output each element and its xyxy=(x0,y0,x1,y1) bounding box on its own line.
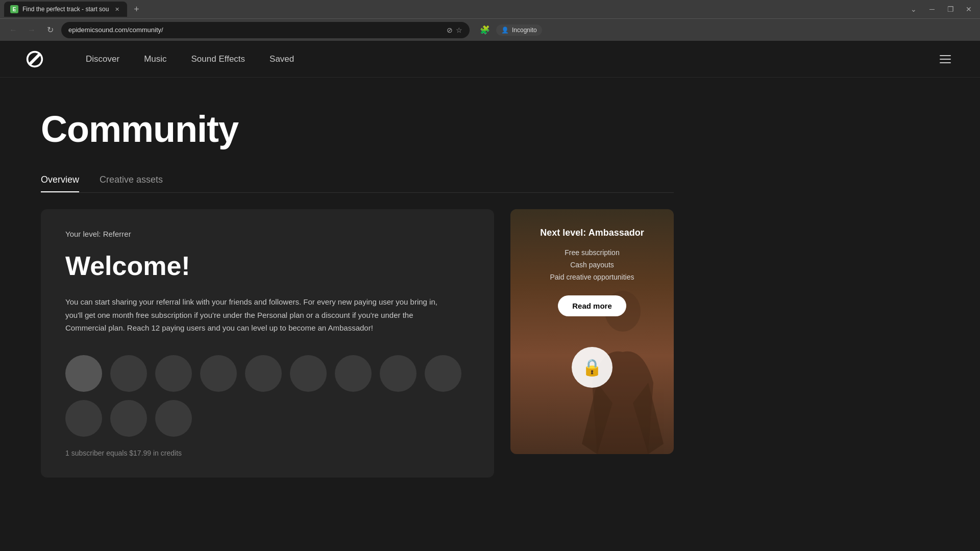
close-window-button[interactable]: ✕ xyxy=(962,2,976,16)
camera-icon: ⊘ xyxy=(447,26,453,34)
circle-2 xyxy=(110,355,147,392)
tab-overview[interactable]: Overview xyxy=(41,174,79,192)
new-tab-button[interactable]: + xyxy=(129,2,143,16)
content-area: Your level: Referrer Welcome! You can st… xyxy=(41,209,674,478)
circle-6 xyxy=(290,355,327,392)
tabs-dropdown-button[interactable]: ⌄ xyxy=(906,2,921,16)
circle-12 xyxy=(155,400,192,437)
circle-11 xyxy=(110,400,147,437)
forward-button[interactable]: → xyxy=(24,23,39,37)
browser-title-bar: E Find the perfect track - start sou ✕ +… xyxy=(0,0,980,18)
nav-links: Discover Music Sound Effects Saved xyxy=(86,54,294,64)
address-bar-icons: ⊘ ☆ xyxy=(447,26,462,34)
read-more-button[interactable]: Read more xyxy=(558,295,626,316)
minimize-button[interactable]: ─ xyxy=(925,2,939,16)
nav-discover[interactable]: Discover xyxy=(86,54,119,64)
benefit-cash-payouts: Cash payouts xyxy=(570,261,614,269)
level-label: Your level: Referrer xyxy=(65,230,470,238)
tab-strip: E Find the perfect track - start sou ✕ + xyxy=(4,2,143,17)
circle-7 xyxy=(335,355,372,392)
tabs-row: Overview Creative assets xyxy=(41,174,674,193)
site-logo[interactable] xyxy=(24,49,45,69)
nav-sound-effects[interactable]: Sound Effects xyxy=(191,54,246,64)
description-text: You can start sharing your referral link… xyxy=(65,295,453,335)
address-bar[interactable]: epidemicsound.com/community/ ⊘ ☆ xyxy=(61,22,470,38)
hamburger-line-3 xyxy=(940,62,951,63)
profile-badge[interactable]: 👤 Incognito xyxy=(496,24,542,36)
nav-right xyxy=(935,49,955,69)
browser-extras: 🧩 👤 Incognito xyxy=(478,23,542,37)
active-tab[interactable]: E Find the perfect track - start sou ✕ xyxy=(4,2,127,17)
browser-chrome: E Find the perfect track - start sou ✕ +… xyxy=(0,0,980,41)
tab-creative-assets[interactable]: Creative assets xyxy=(100,174,163,192)
back-button[interactable]: ← xyxy=(6,23,20,37)
website: Discover Music Sound Effects Saved Commu… xyxy=(0,41,980,551)
right-panel: Next level: Ambassador Free subscription… xyxy=(510,209,674,454)
browser-address-bar: ← → ↻ epidemicsound.com/community/ ⊘ ☆ 🧩… xyxy=(0,18,980,41)
nav-music[interactable]: Music xyxy=(144,54,166,64)
circle-10 xyxy=(65,400,102,437)
lock-icon: 🔒 xyxy=(582,358,602,377)
lock-icon-container: 🔒 xyxy=(572,347,612,388)
welcome-heading: Welcome! xyxy=(65,251,470,281)
progress-circles xyxy=(65,355,470,437)
benefit-free-subscription: Free subscription xyxy=(565,248,619,257)
right-panel-content: Next level: Ambassador Free subscription… xyxy=(510,209,674,402)
circle-8 xyxy=(380,355,416,392)
nav-saved[interactable]: Saved xyxy=(270,54,294,64)
profile-label: Incognito xyxy=(512,27,537,34)
restore-button[interactable]: ❐ xyxy=(943,2,958,16)
window-controls: ⌄ ─ ❐ ✕ xyxy=(906,2,976,16)
hamburger-line-2 xyxy=(940,59,951,60)
tab-close-button[interactable]: ✕ xyxy=(113,5,121,13)
circle-9 xyxy=(425,355,461,392)
circle-5 xyxy=(245,355,282,392)
main-panel: Your level: Referrer Welcome! You can st… xyxy=(41,209,494,478)
circle-3 xyxy=(155,355,192,392)
circle-1 xyxy=(65,355,102,392)
tab-title: Find the perfect track - start sou xyxy=(22,6,109,13)
subscriber-text: 1 subscriber equals $17.99 in credits xyxy=(65,449,470,457)
profile-icon: 👤 xyxy=(501,27,509,34)
page-title: Community xyxy=(41,108,674,150)
hamburger-menu[interactable] xyxy=(935,49,955,69)
refresh-button[interactable]: ↻ xyxy=(43,23,57,37)
hamburger-line-1 xyxy=(940,55,951,56)
star-icon[interactable]: ☆ xyxy=(456,26,462,34)
url-text: epidemicsound.com/community/ xyxy=(68,26,443,34)
circle-4 xyxy=(200,355,237,392)
site-nav: Discover Music Sound Effects Saved xyxy=(0,41,980,78)
next-level-title: Next level: Ambassador xyxy=(540,228,644,238)
tab-favicon: E xyxy=(10,5,18,13)
extensions-button[interactable]: 🧩 xyxy=(478,23,492,37)
main-content: Community Overview Creative assets Your … xyxy=(0,78,715,498)
benefit-paid-opportunities: Paid creative opportunities xyxy=(550,273,634,281)
